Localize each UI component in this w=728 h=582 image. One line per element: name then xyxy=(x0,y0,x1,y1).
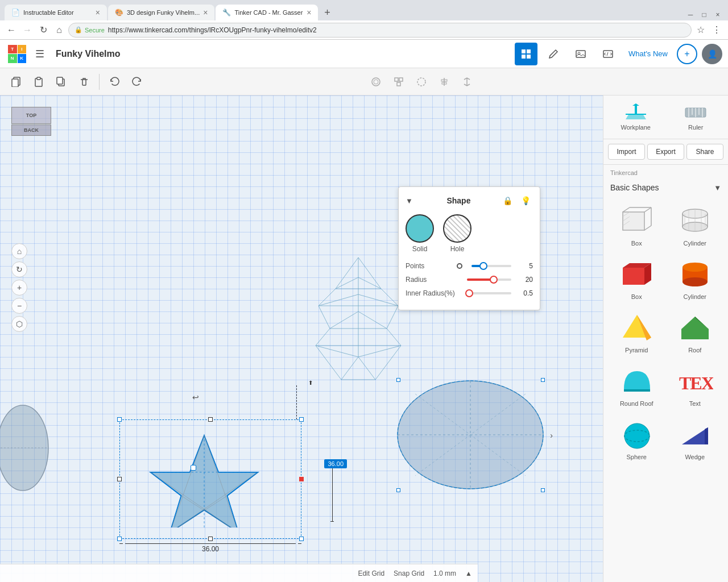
new-tab-btn[interactable]: + xyxy=(319,5,335,20)
group-tool-btn[interactable] xyxy=(388,72,409,92)
zoom-in-btn[interactable]: + xyxy=(11,280,27,296)
rotation-handle[interactable]: ↩ xyxy=(192,393,199,402)
design-name: Funky Vihelmo xyxy=(56,49,510,59)
solid-circle xyxy=(406,214,434,243)
tab-close-2[interactable]: × xyxy=(203,8,208,17)
browser-tab-3[interactable]: 🔧 Tinker CAD - Mr. Gasser × xyxy=(216,5,318,20)
url-text: https://www.tinkercad.com/things/lRcXOUg… xyxy=(108,26,317,34)
shape-box-wire[interactable]: Box xyxy=(608,199,665,251)
tab-close-1[interactable]: × xyxy=(96,8,100,17)
browser-tab-1[interactable]: 📄 Instructable Editor × xyxy=(5,5,107,20)
shape-box-solid[interactable]: Box xyxy=(608,252,665,305)
shape-wedge[interactable]: Wedge xyxy=(667,413,724,465)
whats-new-btn[interactable]: What's New xyxy=(624,47,672,60)
right-edge-expand[interactable]: › xyxy=(550,431,553,440)
delete-btn[interactable] xyxy=(74,72,94,92)
shape-cylinder-solid[interactable]: Cylinder xyxy=(667,252,724,305)
flip-tool-btn[interactable] xyxy=(457,72,477,92)
nav-cube[interactable]: TOP BACK xyxy=(11,107,57,152)
shape-panel-collapse-icon[interactable]: ▼ xyxy=(406,197,413,205)
shape-round-roof[interactable]: Round Roof xyxy=(608,359,665,411)
shape-roof[interactable]: Roof xyxy=(667,306,724,358)
hole-type[interactable]: Hole xyxy=(443,214,471,253)
back-btn[interactable]: ← xyxy=(5,23,18,37)
box-solid-icon xyxy=(617,257,656,291)
copy-btn[interactable] xyxy=(6,72,26,92)
grid-view-btn[interactable] xyxy=(515,43,537,65)
shape-panel-title: Shape xyxy=(446,196,470,205)
browser-chrome: 📄 Instructable Editor × 🎨 3D design Funk… xyxy=(0,0,728,40)
light-tool-btn[interactable] xyxy=(366,72,386,92)
import-btn[interactable]: Import xyxy=(608,144,645,160)
home-btn[interactable]: ⌂ xyxy=(52,23,66,37)
light-shape-icon[interactable]: 💡 xyxy=(519,194,533,207)
tab-close-3[interactable]: × xyxy=(307,8,311,17)
shape-sphere[interactable]: Sphere xyxy=(608,413,665,465)
address-bar[interactable]: 🔒 Secure https://www.tinkercad.com/thing… xyxy=(68,23,692,38)
svg-line-78 xyxy=(644,226,651,230)
shape-text[interactable]: TEXT Text xyxy=(667,359,724,411)
align-tool-btn[interactable] xyxy=(434,72,454,92)
bottom-bar: Edit Grid Snap Grid 1.0 mm ▲ xyxy=(0,564,478,582)
svg-marker-68 xyxy=(632,103,639,106)
nav-cube-back[interactable]: BACK xyxy=(11,124,51,136)
lock-shape-icon[interactable]: 🔒 xyxy=(501,194,515,207)
header-actions: What's New + 👤 xyxy=(515,43,722,65)
share-btn[interactable]: Share xyxy=(686,144,723,160)
workplane-tool[interactable]: Workplane xyxy=(608,100,664,134)
shape-pyramid[interactable]: Pyramid xyxy=(608,306,665,358)
export-btn[interactable]: Export xyxy=(647,144,684,160)
svg-rect-10 xyxy=(37,77,40,80)
snap-toggle-icon[interactable]: ▲ xyxy=(465,569,472,577)
zoom-out-btn[interactable]: − xyxy=(11,298,27,314)
svg-line-42 xyxy=(318,306,330,329)
large-ellipse[interactable]: › xyxy=(395,377,546,493)
maximize-btn[interactable]: □ xyxy=(698,9,710,20)
svg-line-50 xyxy=(316,346,341,380)
minimize-btn[interactable]: ─ xyxy=(685,9,696,20)
codeblocks-btn[interactable] xyxy=(597,43,619,65)
orbit-btn[interactable]: ↻ xyxy=(11,261,27,277)
paste-btn[interactable] xyxy=(28,72,49,92)
redo-btn[interactable] xyxy=(127,72,147,92)
bookmark-btn[interactable]: ☆ xyxy=(694,23,708,37)
sphere-label: Sphere xyxy=(627,454,647,460)
browser-tab-2[interactable]: 🎨 3D design Funky Vihelm... × xyxy=(108,5,214,20)
reload-btn[interactable]: ↻ xyxy=(36,23,50,37)
dimension-side-label xyxy=(332,465,333,522)
svg-line-46 xyxy=(316,329,330,346)
view-controls: ⌂ ↻ + − ⬡ xyxy=(11,243,27,332)
points-slider[interactable] xyxy=(471,265,511,267)
library-dropdown[interactable]: Basic Shapes ▼ xyxy=(603,181,728,197)
undo-btn[interactable] xyxy=(104,72,125,92)
svg-line-36 xyxy=(336,277,358,289)
solid-type[interactable]: Solid xyxy=(406,214,434,253)
gallery-btn[interactable] xyxy=(569,43,592,65)
close-btn[interactable]: × xyxy=(712,9,723,20)
ungroup-tool-btn[interactable] xyxy=(411,72,432,92)
duplicate-btn[interactable] xyxy=(51,72,72,92)
svg-marker-109 xyxy=(705,427,708,444)
nav-cube-top[interactable]: TOP xyxy=(11,107,51,124)
edit-grid-btn[interactable]: Edit Grid xyxy=(358,569,384,577)
ruler-tool[interactable]: Ruler xyxy=(668,100,724,134)
radius-slider[interactable] xyxy=(467,278,511,281)
forward-btn[interactable]: → xyxy=(20,23,34,37)
edit-btn[interactable] xyxy=(542,43,565,65)
view-cube-btn[interactable]: ⬡ xyxy=(11,316,27,332)
inner-radius-slider[interactable] xyxy=(467,292,511,294)
tab-title-1: Instructable Editor xyxy=(23,9,92,16)
add-user-btn[interactable]: + xyxy=(677,44,697,64)
cylinder-wire-icon xyxy=(675,203,715,238)
shape-cylinder-wire[interactable]: Cylinder xyxy=(667,199,724,251)
home-view-btn[interactable]: ⌂ xyxy=(11,243,27,259)
extensions-btn[interactable]: ⋮ xyxy=(710,23,723,37)
tinkercad-logo[interactable]: T I N K xyxy=(6,43,28,65)
svg-point-14 xyxy=(374,80,378,84)
hamburger-menu-btn[interactable]: ☰ xyxy=(33,45,47,63)
avatar[interactable]: 👤 xyxy=(702,44,722,64)
tab-favicon-1: 📄 xyxy=(11,9,20,16)
selected-star[interactable]: ⬆ xyxy=(119,419,301,539)
main-content: TOP BACK ⌂ ↻ + − ⬡ ▼ Shape 🔒 💡 xyxy=(0,95,728,582)
toolbar xyxy=(0,68,728,95)
